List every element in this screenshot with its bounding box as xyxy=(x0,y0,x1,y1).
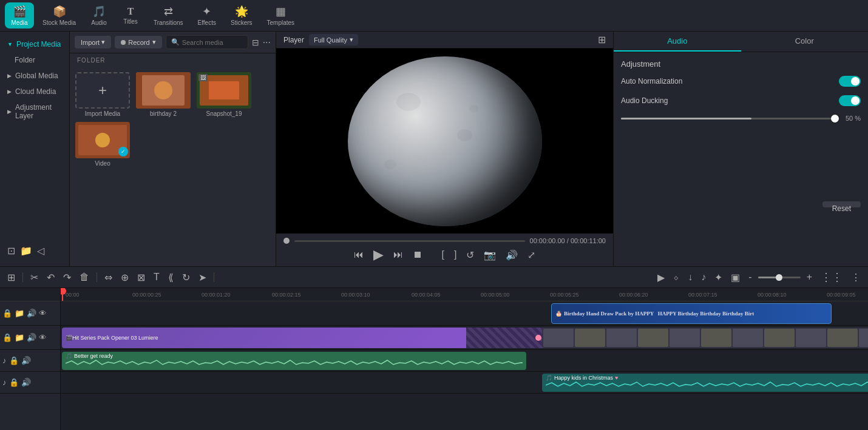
reset-button[interactable]: Reset xyxy=(822,201,861,207)
clip-better-get-ready[interactable]: 🎵 Better get ready xyxy=(62,352,526,370)
timeline-play-icon[interactable]: ▶ xyxy=(655,270,667,284)
play-button[interactable]: ▶ xyxy=(373,247,384,263)
track-lock-icon-4[interactable]: 🔒 xyxy=(9,378,19,387)
track-volume-icon-1[interactable]: 🔊 xyxy=(27,309,36,318)
arrow-icon-adjustment: ▶ xyxy=(7,109,12,115)
folder-open-icon[interactable]: 📁 xyxy=(20,245,32,257)
preview-settings-icon[interactable]: ⊞ xyxy=(598,34,606,45)
toolbar-item-stickers[interactable]: 🌟 Stickers xyxy=(225,2,259,29)
clip-birthday-banner[interactable]: 🎂 Birthday Hand Draw Pack by HAPPY HAPPY… xyxy=(551,303,832,324)
volume-button[interactable]: 🔊 xyxy=(506,249,518,261)
mark-in-button[interactable]: [ xyxy=(442,249,444,260)
timeline-zoom-in-icon[interactable]: + xyxy=(804,270,815,284)
sidebar-item-project-media[interactable]: ▼ Project Media xyxy=(0,36,69,52)
search-input[interactable] xyxy=(182,39,243,46)
timeline-text-icon[interactable]: T xyxy=(151,270,162,284)
timeline-split-icon[interactable]: ⟪ xyxy=(166,270,176,284)
clip-happy-kids[interactable]: 🎵 Happy kids in Christmas ♥ xyxy=(542,374,868,392)
video-item[interactable]: ✓ Video xyxy=(75,122,131,167)
timeline-layout-icon[interactable]: ⊞ xyxy=(5,270,18,284)
toolbar-item-templates[interactable]: ▦ Templates xyxy=(261,2,301,29)
timeline-effects-icon[interactable]: ✦ xyxy=(712,270,725,284)
playhead[interactable] xyxy=(62,288,63,301)
timeline-grid-icon[interactable]: ⋮⋮ xyxy=(818,269,845,285)
clip-video-thumbs[interactable] xyxy=(542,328,868,348)
audio-ducking-toggle[interactable] xyxy=(839,95,861,106)
clip-hit-series[interactable]: 🎬 Hit Series Pack Opener 03 Lumiere xyxy=(62,328,478,348)
stop-button[interactable]: ⏹ xyxy=(413,249,422,260)
toolbar-item-stock[interactable]: 📦 Stock Media xyxy=(36,2,82,29)
track-folder-icon-2[interactable]: 📁 xyxy=(15,333,24,342)
sidebar-item-adjustment-layer[interactable]: ▶ Adjustment Layer xyxy=(0,99,69,124)
timeline-marker-icon[interactable]: ⬦ xyxy=(671,270,682,284)
collapse-icon[interactable]: ◁ xyxy=(37,245,44,257)
timeline-crop-icon[interactable]: ⊠ xyxy=(135,270,147,284)
birthday2-item[interactable]: birthday 2 xyxy=(135,72,191,117)
more-options-icon[interactable]: ··· xyxy=(263,37,271,48)
import-button[interactable]: Import ▾ xyxy=(75,36,111,49)
timeline-more-icon[interactable]: ⋮ xyxy=(849,270,863,284)
track-eye-icon-2[interactable]: 👁 xyxy=(39,333,47,342)
timeline-ripple-icon[interactable]: ⇔ xyxy=(102,270,115,284)
sidebar-item-global-media[interactable]: ▶ Global Media xyxy=(0,68,69,84)
timeline-magnet-icon[interactable]: ⊕ xyxy=(118,270,131,284)
mark-out-button[interactable]: ] xyxy=(454,249,456,260)
loop-button[interactable]: ↺ xyxy=(466,249,474,261)
zoom-track[interactable] xyxy=(758,277,801,278)
timeline-delete-icon[interactable]: 🗑 xyxy=(77,270,92,284)
toolbar-item-transitions[interactable]: ⇄ Transitions xyxy=(147,2,189,29)
svg-rect-19 xyxy=(827,329,858,347)
timeline-zoom-out-icon[interactable]: - xyxy=(746,270,754,284)
arrow-icon: ▼ xyxy=(7,41,13,47)
sidebar-item-cloud-media[interactable]: ▶ Cloud Media xyxy=(0,84,69,99)
tab-color[interactable]: Color xyxy=(741,32,869,52)
auto-normalization-toggle[interactable] xyxy=(839,76,861,87)
timeline-audio-icon[interactable]: ♪ xyxy=(699,270,708,284)
track-volume-icon-2[interactable]: 🔊 xyxy=(27,333,36,342)
step-forward-button[interactable]: ⏭ xyxy=(393,249,403,260)
timeline-content: 🔒 📁 🔊 👁 🔒 📁 🔊 👁 ♪ 🔒 🔊 ♪ 🔒 xyxy=(0,288,868,430)
import-media-item[interactable]: + Import Media xyxy=(75,72,131,117)
track-lock-icon-3[interactable]: 🔒 xyxy=(9,356,19,365)
ruler-4: 00:00:03:10 xyxy=(341,292,370,298)
track-eye-icon-1[interactable]: 👁 xyxy=(39,309,47,318)
media-icon: 🎬 xyxy=(13,5,26,18)
new-project-icon[interactable]: ⊡ xyxy=(7,245,15,257)
skip-back-button[interactable]: ⏮ xyxy=(354,249,364,260)
tab-audio[interactable]: Audio xyxy=(614,32,741,52)
record-button[interactable]: Record ▾ xyxy=(115,36,161,49)
track-folder-icon[interactable]: 📁 xyxy=(15,309,24,318)
sidebar-item-folder[interactable]: Folder xyxy=(0,52,69,68)
quality-select[interactable]: Full Quality ▾ xyxy=(309,34,358,45)
timeline-toolbar: ⊞ ✂ ↶ ↷ 🗑 ⇔ ⊕ ⊠ T ⟪ ↻ ➤ ▶ ⬦ ↓ ♪ ✦ ▣ - + … xyxy=(0,267,868,288)
track-lock-icon-2[interactable]: 🔒 xyxy=(2,333,12,342)
toolbar-item-audio[interactable]: 🎵 Audio xyxy=(84,2,114,29)
timeline-arrow-down-icon[interactable]: ↓ xyxy=(685,270,695,284)
filter-icon[interactable]: ⊟ xyxy=(252,38,259,47)
sidebar-item-label-adjustment: Adjustment Layer xyxy=(15,103,62,120)
timeline-redo-icon[interactable]: ↷ xyxy=(61,270,73,284)
svg-rect-20 xyxy=(859,329,868,347)
search-box[interactable]: 🔍 xyxy=(166,35,248,49)
import-thumb[interactable]: + xyxy=(75,72,130,109)
snapshot19-item[interactable]: 🖼 Snapshot_19 xyxy=(196,72,252,117)
audio-ducking-label: Audio Ducking xyxy=(621,96,668,105)
ducking-slider-track[interactable] xyxy=(621,118,839,119)
progress-track[interactable] xyxy=(294,240,525,242)
timeline-undo-icon[interactable]: ↶ xyxy=(44,270,57,284)
timeline-motion-icon[interactable]: ➤ xyxy=(196,270,209,284)
toolbar-item-titles[interactable]: T Titles xyxy=(116,4,145,27)
timeline-cut-icon[interactable]: ✂ xyxy=(28,270,41,284)
track-audio-1: 🎵 Better get ready xyxy=(61,350,868,372)
toolbar-item-media[interactable]: 🎬 Media xyxy=(5,2,34,29)
snapshot-button[interactable]: 📷 xyxy=(484,249,496,261)
ducking-slider-thumb[interactable] xyxy=(831,115,839,123)
track-lock-icon[interactable]: 🔒 xyxy=(2,309,12,318)
progress-dot[interactable] xyxy=(283,238,290,244)
toolbar-item-effects[interactable]: ✦ Effects xyxy=(192,2,222,29)
timeline-crop2-icon[interactable]: ▣ xyxy=(728,270,742,284)
fullscreen-button[interactable]: ⤢ xyxy=(527,249,535,261)
track-volume-icon-3[interactable]: 🔊 xyxy=(21,356,31,365)
timeline-transition-icon[interactable]: ↻ xyxy=(180,270,192,284)
track-volume-icon-4[interactable]: 🔊 xyxy=(21,378,31,387)
